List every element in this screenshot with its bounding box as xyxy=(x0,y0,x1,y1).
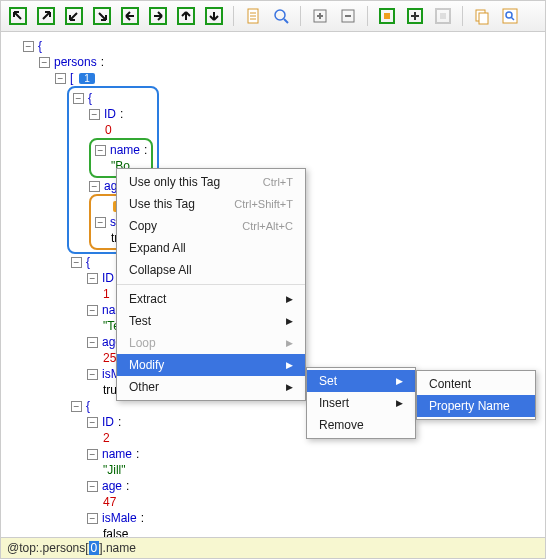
nav-nw-button[interactable] xyxy=(7,5,29,27)
disabled-action-icon xyxy=(432,5,454,27)
collapse-toggle[interactable]: − xyxy=(87,513,98,524)
collapse-toggle[interactable]: − xyxy=(23,41,34,52)
zoom-icon[interactable] xyxy=(270,5,292,27)
collapse-toggle[interactable]: − xyxy=(87,337,98,348)
menu-item-copy[interactable]: CopyCtrl+Alt+C xyxy=(117,215,305,237)
menu-item-other[interactable]: Other xyxy=(117,376,305,398)
property-key[interactable]: name xyxy=(102,447,132,461)
toolbar xyxy=(1,1,545,32)
object-brace: { xyxy=(38,39,42,53)
property-key[interactable]: ID xyxy=(102,415,114,429)
menu-separator xyxy=(117,284,305,285)
find-icon[interactable] xyxy=(499,5,521,27)
collapse-toggle[interactable]: − xyxy=(39,57,50,68)
value-number[interactable]: 25 xyxy=(103,351,116,365)
menu-item-property-name[interactable]: Property Name xyxy=(417,395,535,417)
nav-right-button[interactable] xyxy=(147,5,169,27)
nav-down-button[interactable] xyxy=(203,5,225,27)
array-bracket: [ xyxy=(70,71,73,85)
menu-item-use-tag[interactable]: Use this TagCtrl+Shift+T xyxy=(117,193,305,215)
menu-item-collapse-all[interactable]: Collapse All xyxy=(117,259,305,281)
svg-point-12 xyxy=(275,10,285,20)
menu-item-content[interactable]: Content xyxy=(417,373,535,395)
nav-sw-button[interactable] xyxy=(63,5,85,27)
nav-up-button[interactable] xyxy=(175,5,197,27)
add-highlight-icon[interactable] xyxy=(404,5,426,27)
menu-item-extract[interactable]: Extract xyxy=(117,288,305,310)
value-bool[interactable]: false xyxy=(103,527,128,537)
svg-rect-28 xyxy=(503,9,517,23)
menu-item-loop: Loop xyxy=(117,332,305,354)
value-bool[interactable]: tru xyxy=(103,383,117,397)
property-key[interactable]: isMale xyxy=(102,511,137,525)
svg-line-13 xyxy=(284,19,288,23)
value-number[interactable]: 2 xyxy=(103,431,110,445)
property-key[interactable]: name xyxy=(110,143,140,157)
path-prefix: @top:.persons[ xyxy=(7,541,89,555)
menu-item-insert[interactable]: Insert xyxy=(307,392,415,414)
highlight-icon[interactable] xyxy=(376,5,398,27)
property-key[interactable]: age xyxy=(102,479,122,493)
collapse-toggle[interactable]: − xyxy=(71,257,82,268)
collapse-toggle[interactable]: − xyxy=(55,73,66,84)
nav-left-button[interactable] xyxy=(119,5,141,27)
collapse-toggle[interactable]: − xyxy=(95,145,106,156)
expand-icon[interactable] xyxy=(309,5,331,27)
object-brace: { xyxy=(86,255,90,269)
collapse-toggle[interactable]: − xyxy=(89,181,100,192)
separator xyxy=(462,6,463,26)
path-suffix: ].name xyxy=(99,541,136,555)
menu-item-remove[interactable]: Remove xyxy=(307,414,415,436)
property-key[interactable]: persons xyxy=(54,55,97,69)
collapse-toggle[interactable]: − xyxy=(89,109,100,120)
svg-rect-20 xyxy=(384,13,390,19)
collapse-toggle[interactable]: − xyxy=(87,417,98,428)
collapse-toggle[interactable]: − xyxy=(87,305,98,316)
menu-item-expand-all[interactable]: Expand All xyxy=(117,237,305,259)
collapse-toggle[interactable]: − xyxy=(87,369,98,380)
context-submenu-modify: Set Insert Remove xyxy=(306,367,416,439)
separator xyxy=(300,6,301,26)
context-submenu-set: Content Property Name xyxy=(416,370,536,420)
collapse-toggle[interactable]: − xyxy=(87,273,98,284)
collapse-icon[interactable] xyxy=(337,5,359,27)
menu-item-set[interactable]: Set xyxy=(307,370,415,392)
svg-rect-25 xyxy=(440,13,446,19)
nav-se-button[interactable] xyxy=(91,5,113,27)
document-icon[interactable] xyxy=(242,5,264,27)
separator xyxy=(367,6,368,26)
menu-item-test[interactable]: Test xyxy=(117,310,305,332)
object-brace: { xyxy=(86,399,90,413)
menu-item-modify[interactable]: Modify xyxy=(117,354,305,376)
collapse-toggle[interactable]: − xyxy=(87,481,98,492)
nav-ne-button[interactable] xyxy=(35,5,57,27)
menu-item-use-only-tag[interactable]: Use only this TagCtrl+T xyxy=(117,171,305,193)
value-string[interactable]: "Jill" xyxy=(103,463,126,477)
separator xyxy=(233,6,234,26)
collapse-toggle[interactable]: − xyxy=(95,217,106,228)
value-number[interactable]: 1 xyxy=(103,287,110,301)
context-menu: Use only this TagCtrl+T Use this TagCtrl… xyxy=(116,168,306,401)
value-number[interactable]: 47 xyxy=(103,495,116,509)
collapse-toggle[interactable]: − xyxy=(87,449,98,460)
property-key[interactable]: ID xyxy=(102,271,114,285)
property-key[interactable]: ID xyxy=(104,107,116,121)
path-highlight: 0 xyxy=(89,541,100,555)
collapse-toggle[interactable]: − xyxy=(73,93,84,104)
collapse-toggle[interactable]: − xyxy=(71,401,82,412)
object-brace: { xyxy=(88,91,92,105)
svg-rect-27 xyxy=(479,13,488,24)
index-badge: 1 xyxy=(79,73,95,84)
copy-icon[interactable] xyxy=(471,5,493,27)
value-number[interactable]: 0 xyxy=(105,123,112,137)
path-bar: @top:.persons[0].name xyxy=(1,537,545,558)
